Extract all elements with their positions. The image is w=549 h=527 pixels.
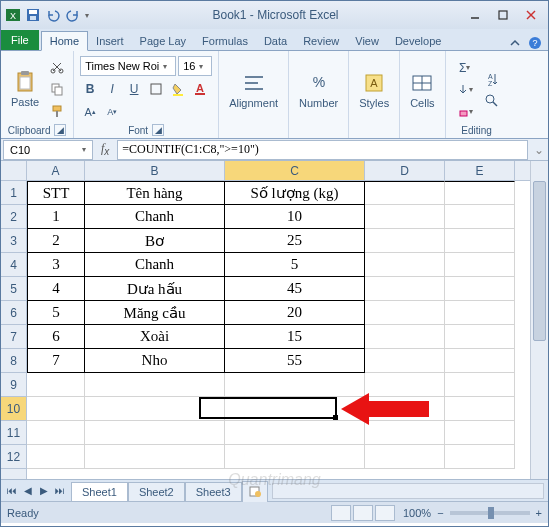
cell-D1[interactable] [365, 181, 445, 205]
name-box[interactable]: C10▾ [3, 140, 93, 160]
page-break-view-icon[interactable] [375, 505, 395, 521]
alignment-button[interactable]: Alignment [225, 69, 282, 111]
font-launcher-icon[interactable]: ◢ [152, 124, 164, 136]
cell-C6[interactable]: 20 [225, 301, 365, 325]
page-layout-view-icon[interactable] [353, 505, 373, 521]
cell-B1[interactable]: Tên hàng [85, 181, 225, 205]
col-header-A[interactable]: A [27, 161, 85, 180]
tab-view[interactable]: View [347, 32, 387, 50]
row-header-5[interactable]: 5 [1, 277, 26, 301]
shrink-font-icon[interactable]: A▾ [102, 102, 122, 122]
row-header-6[interactable]: 6 [1, 301, 26, 325]
tab-file[interactable]: File [1, 30, 39, 50]
cell-C2[interactable]: 10 [225, 205, 365, 229]
cell-E9[interactable] [445, 373, 515, 397]
fill-color-icon[interactable] [168, 79, 188, 99]
styles-button[interactable]: A Styles [355, 69, 393, 111]
cell-A9[interactable] [27, 373, 85, 397]
cells-area[interactable]: STTTên hàngSố lượng (kg)1Chanh102Bơ253Ch… [27, 181, 530, 479]
font-color-icon[interactable]: A [190, 79, 210, 99]
cell-B12[interactable] [85, 445, 225, 469]
cell-C5[interactable]: 45 [225, 277, 365, 301]
cell-D12[interactable] [365, 445, 445, 469]
col-header-E[interactable]: E [445, 161, 515, 180]
cell-B11[interactable] [85, 421, 225, 445]
cell-C4[interactable]: 5 [225, 253, 365, 277]
formula-input[interactable]: =COUNTIF(C1:C8,">=10") [117, 140, 528, 160]
zoom-level[interactable]: 100% [403, 507, 431, 519]
cell-D7[interactable] [365, 325, 445, 349]
cell-B4[interactable]: Chanh [85, 253, 225, 277]
cell-D2[interactable] [365, 205, 445, 229]
cell-A6[interactable]: 5 [27, 301, 85, 325]
cell-E4[interactable] [445, 253, 515, 277]
clear-icon[interactable]: ▾ [452, 102, 478, 122]
col-header-B[interactable]: B [85, 161, 225, 180]
close-button[interactable] [518, 6, 544, 24]
cut-icon[interactable] [47, 57, 67, 77]
tab-insert[interactable]: Insert [88, 32, 132, 50]
cell-A2[interactable]: 1 [27, 205, 85, 229]
zoom-slider[interactable] [450, 511, 530, 515]
select-all-corner[interactable] [1, 161, 27, 181]
row-header-3[interactable]: 3 [1, 229, 26, 253]
paste-button[interactable]: Paste [7, 68, 43, 110]
cell-C7[interactable]: 15 [225, 325, 365, 349]
cell-A7[interactable]: 6 [27, 325, 85, 349]
fx-icon[interactable]: fx [101, 141, 109, 157]
row-header-2[interactable]: 2 [1, 205, 26, 229]
cell-E3[interactable] [445, 229, 515, 253]
font-name-combo[interactable]: Times New Roi▾ [80, 56, 176, 76]
redo-icon[interactable] [65, 7, 81, 23]
tab-home[interactable]: Home [41, 31, 88, 51]
number-button[interactable]: % Number [295, 69, 342, 111]
sheet-nav-next-icon[interactable]: ▶ [37, 484, 51, 498]
row-header-11[interactable]: 11 [1, 421, 26, 445]
cell-A3[interactable]: 2 [27, 229, 85, 253]
cell-E2[interactable] [445, 205, 515, 229]
autosum-icon[interactable]: Σ▾ [452, 58, 478, 78]
format-painter-icon[interactable] [47, 101, 67, 121]
new-sheet-icon[interactable] [242, 481, 268, 502]
cell-D4[interactable] [365, 253, 445, 277]
find-select-icon[interactable] [482, 91, 502, 111]
col-header-D[interactable]: D [365, 161, 445, 180]
vertical-scrollbar[interactable] [530, 161, 548, 479]
grow-font-icon[interactable]: A▴ [80, 102, 100, 122]
cell-A1[interactable]: STT [27, 181, 85, 205]
cell-B2[interactable]: Chanh [85, 205, 225, 229]
row-headers[interactable]: 123456789101112 [1, 181, 27, 479]
col-header-C[interactable]: C [225, 161, 365, 180]
cell-D8[interactable] [365, 349, 445, 373]
italic-button[interactable]: I [102, 79, 122, 99]
column-headers[interactable]: ABCDE [27, 161, 530, 181]
cell-D3[interactable] [365, 229, 445, 253]
cell-B5[interactable]: Dưa hấu [85, 277, 225, 301]
undo-icon[interactable] [45, 7, 61, 23]
worksheet-grid[interactable]: ABCDE 123456789101112 STTTên hàngSố lượn… [1, 161, 548, 479]
cell-C3[interactable]: 25 [225, 229, 365, 253]
tab-review[interactable]: Review [295, 32, 347, 50]
cell-B6[interactable]: Măng cầu [85, 301, 225, 325]
sheet-tab-3[interactable]: Sheet3 [185, 482, 242, 501]
expand-formula-icon[interactable]: ⌄ [530, 143, 548, 157]
clipboard-launcher-icon[interactable]: ◢ [54, 124, 66, 136]
font-size-combo[interactable]: 16▾ [178, 56, 212, 76]
sheet-nav-prev-icon[interactable]: ◀ [21, 484, 35, 498]
sheet-tab-2[interactable]: Sheet2 [128, 482, 185, 501]
tab-page-layout[interactable]: Page Lay [132, 32, 194, 50]
minimize-button[interactable] [462, 6, 488, 24]
cell-A5[interactable]: 4 [27, 277, 85, 301]
row-header-4[interactable]: 4 [1, 253, 26, 277]
maximize-button[interactable] [490, 6, 516, 24]
row-header-1[interactable]: 1 [1, 181, 26, 205]
normal-view-icon[interactable] [331, 505, 351, 521]
cell-E12[interactable] [445, 445, 515, 469]
underline-button[interactable]: U [124, 79, 144, 99]
cell-C8[interactable]: 55 [225, 349, 365, 373]
sheet-nav-last-icon[interactable]: ⏭ [53, 484, 67, 498]
tab-data[interactable]: Data [256, 32, 295, 50]
border-icon[interactable] [146, 79, 166, 99]
cell-B9[interactable] [85, 373, 225, 397]
cell-D6[interactable] [365, 301, 445, 325]
